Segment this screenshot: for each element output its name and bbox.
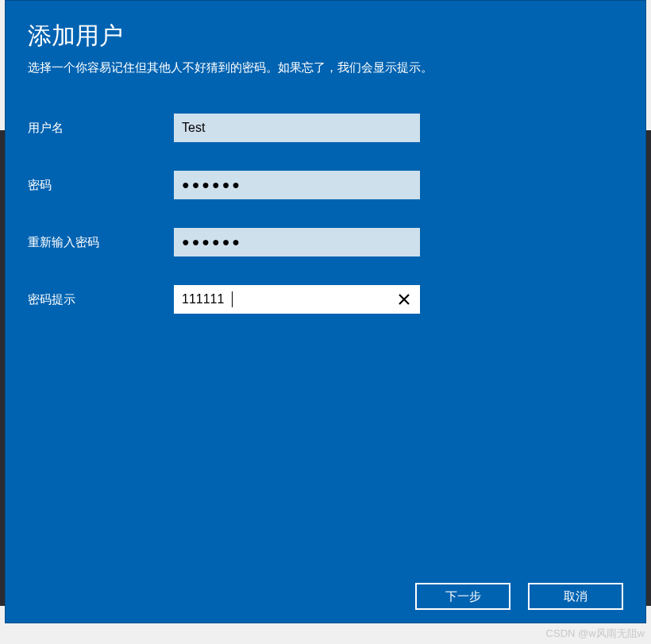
dialog-title: 添加用户 — [28, 20, 623, 52]
row-password: 密码 — [28, 171, 623, 199]
label-password-hint: 密码提示 — [28, 292, 174, 307]
input-wrap-username — [174, 114, 420, 142]
watermark: CSDN @w风雨无阻w — [546, 627, 645, 641]
next-button[interactable]: 下一步 — [415, 583, 510, 610]
password-hint-input[interactable] — [174, 285, 420, 314]
row-username: 用户名 — [28, 114, 623, 142]
cancel-button[interactable]: 取消 — [528, 583, 623, 610]
row-password-hint: 密码提示 — [28, 285, 623, 314]
dialog-subtitle: 选择一个你容易记住但其他人不好猜到的密码。如果忘了，我们会显示提示。 — [28, 60, 623, 75]
input-wrap-password-confirm — [174, 228, 420, 256]
dialog-footer: 下一步 取消 — [28, 583, 623, 610]
form: 用户名 密码 重新输入密码 密码提示 — [28, 114, 623, 575]
password-input[interactable] — [174, 171, 420, 199]
label-password-confirm: 重新输入密码 — [28, 235, 174, 250]
close-icon[interactable] — [393, 288, 415, 310]
label-username: 用户名 — [28, 121, 174, 136]
background-strip-right — [646, 130, 651, 606]
input-wrap-password-hint — [174, 285, 420, 314]
row-password-confirm: 重新输入密码 — [28, 228, 623, 256]
text-caret — [232, 291, 233, 307]
add-user-dialog: 添加用户 选择一个你容易记住但其他人不好猜到的密码。如果忘了，我们会显示提示。 … — [5, 0, 646, 623]
label-password: 密码 — [28, 178, 174, 193]
input-wrap-password — [174, 171, 420, 199]
username-input[interactable] — [174, 114, 420, 142]
password-confirm-input[interactable] — [174, 228, 420, 256]
